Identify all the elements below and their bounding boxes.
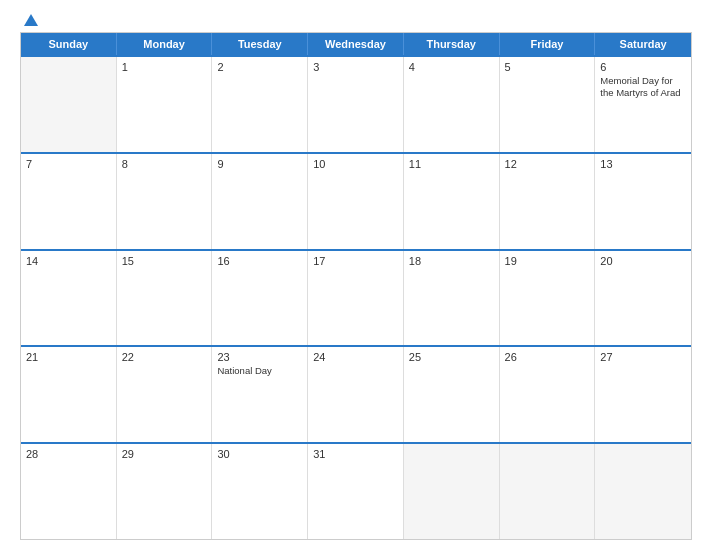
weekday-header-tuesday: Tuesday — [212, 33, 308, 55]
cal-cell: 6Memorial Day for the Martyrs of Arad — [595, 57, 691, 152]
cal-cell: 20 — [595, 251, 691, 346]
cal-cell: 27 — [595, 347, 691, 442]
week-row-4: 28293031 — [21, 442, 691, 539]
cal-cell: 4 — [404, 57, 500, 152]
cal-cell: 16 — [212, 251, 308, 346]
day-number: 25 — [409, 351, 494, 363]
day-number: 9 — [217, 158, 302, 170]
day-number: 1 — [122, 61, 207, 73]
cal-cell: 14 — [21, 251, 117, 346]
cal-cell: 11 — [404, 154, 500, 249]
cal-cell: 28 — [21, 444, 117, 539]
week-row-3: 212223National Day24252627 — [21, 345, 691, 442]
day-number: 16 — [217, 255, 302, 267]
weekday-header-monday: Monday — [117, 33, 213, 55]
cal-cell: 26 — [500, 347, 596, 442]
day-number: 18 — [409, 255, 494, 267]
day-number: 28 — [26, 448, 111, 460]
cal-cell: 7 — [21, 154, 117, 249]
day-number: 6 — [600, 61, 686, 73]
cal-cell: 15 — [117, 251, 213, 346]
day-number: 30 — [217, 448, 302, 460]
cal-cell: 5 — [500, 57, 596, 152]
week-row-2: 14151617181920 — [21, 249, 691, 346]
day-number: 8 — [122, 158, 207, 170]
day-number: 5 — [505, 61, 590, 73]
cal-cell: 10 — [308, 154, 404, 249]
weekday-header-friday: Friday — [500, 33, 596, 55]
week-row-1: 78910111213 — [21, 152, 691, 249]
day-number: 12 — [505, 158, 590, 170]
cal-cell — [404, 444, 500, 539]
cal-cell: 21 — [21, 347, 117, 442]
cal-cell: 31 — [308, 444, 404, 539]
cal-cell: 9 — [212, 154, 308, 249]
cal-cell: 23National Day — [212, 347, 308, 442]
event-text: Memorial Day for the Martyrs of Arad — [600, 75, 686, 100]
cal-cell: 29 — [117, 444, 213, 539]
calendar-page: SundayMondayTuesdayWednesdayThursdayFrid… — [0, 0, 712, 550]
logo — [20, 18, 38, 26]
day-number: 10 — [313, 158, 398, 170]
day-number: 21 — [26, 351, 111, 363]
weekday-header-row: SundayMondayTuesdayWednesdayThursdayFrid… — [21, 33, 691, 55]
cal-cell: 1 — [117, 57, 213, 152]
logo-triangle-icon — [24, 14, 38, 26]
cal-cell: 22 — [117, 347, 213, 442]
day-number: 22 — [122, 351, 207, 363]
day-number: 24 — [313, 351, 398, 363]
day-number: 3 — [313, 61, 398, 73]
day-number: 7 — [26, 158, 111, 170]
cal-cell: 3 — [308, 57, 404, 152]
day-number: 15 — [122, 255, 207, 267]
day-number: 14 — [26, 255, 111, 267]
event-text: National Day — [217, 365, 302, 377]
day-number: 11 — [409, 158, 494, 170]
day-number: 26 — [505, 351, 590, 363]
cal-cell: 17 — [308, 251, 404, 346]
weekday-header-saturday: Saturday — [595, 33, 691, 55]
cal-cell: 24 — [308, 347, 404, 442]
day-number: 17 — [313, 255, 398, 267]
cal-cell: 13 — [595, 154, 691, 249]
cal-cell — [500, 444, 596, 539]
day-number: 13 — [600, 158, 686, 170]
cal-cell: 8 — [117, 154, 213, 249]
cal-cell — [595, 444, 691, 539]
weekday-header-thursday: Thursday — [404, 33, 500, 55]
week-row-0: 123456Memorial Day for the Martyrs of Ar… — [21, 55, 691, 152]
header — [20, 18, 692, 26]
day-number: 23 — [217, 351, 302, 363]
cal-cell — [21, 57, 117, 152]
cal-cell: 18 — [404, 251, 500, 346]
cal-cell: 12 — [500, 154, 596, 249]
cal-cell: 2 — [212, 57, 308, 152]
cal-cell: 30 — [212, 444, 308, 539]
weekday-header-sunday: Sunday — [21, 33, 117, 55]
day-number: 4 — [409, 61, 494, 73]
day-number: 29 — [122, 448, 207, 460]
day-number: 31 — [313, 448, 398, 460]
day-number: 20 — [600, 255, 686, 267]
cal-cell: 25 — [404, 347, 500, 442]
weekday-header-wednesday: Wednesday — [308, 33, 404, 55]
day-number: 19 — [505, 255, 590, 267]
calendar-body: 123456Memorial Day for the Martyrs of Ar… — [21, 55, 691, 539]
day-number: 2 — [217, 61, 302, 73]
cal-cell: 19 — [500, 251, 596, 346]
calendar-grid: SundayMondayTuesdayWednesdayThursdayFrid… — [20, 32, 692, 540]
day-number: 27 — [600, 351, 686, 363]
